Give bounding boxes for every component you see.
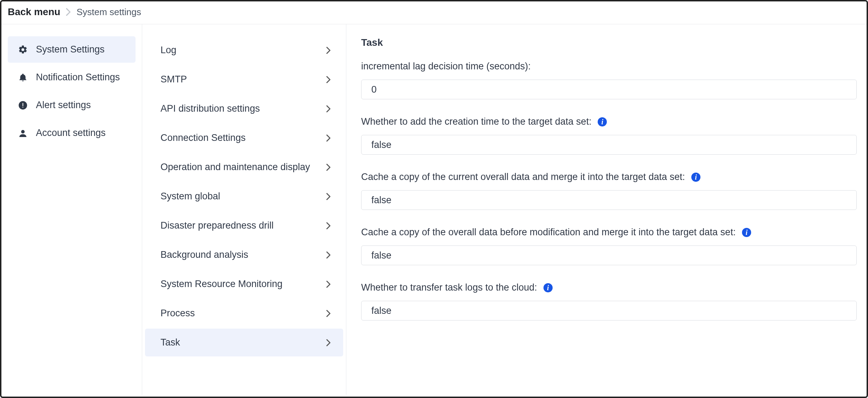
incremental-lag-input[interactable]	[361, 80, 857, 99]
subnav-item-label: API distribution settings	[161, 103, 260, 114]
secondary-sidebar: Log SMTP API distribution settings Conne…	[142, 24, 346, 395]
subnav-item-system-global[interactable]: System global	[145, 182, 343, 210]
cache-before-mod-input[interactable]	[361, 245, 857, 265]
chevron-right-icon	[326, 222, 331, 229]
field-label: incremental lag decision time (seconds):	[361, 61, 531, 72]
add-creation-time-input[interactable]	[361, 135, 857, 155]
sidebar-item-label: System Settings	[36, 44, 105, 55]
field-label: Whether to transfer task logs to the clo…	[361, 282, 537, 293]
alert-icon	[18, 100, 28, 111]
breadcrumb: Back menu System settings	[1, 1, 867, 24]
field-add-creation-time: Whether to add the creation time to the …	[361, 116, 857, 155]
bell-icon	[18, 72, 28, 83]
chevron-right-icon	[326, 164, 331, 171]
field-transfer-logs-cloud: Whether to transfer task logs to the clo…	[361, 282, 857, 321]
transfer-logs-cloud-input[interactable]	[361, 301, 857, 321]
subnav-item-label: SMTP	[161, 74, 187, 85]
info-icon[interactable]: i	[543, 283, 553, 292]
page-title: Task	[361, 37, 857, 48]
chevron-right-icon	[326, 135, 331, 142]
sidebar-item-label: Alert settings	[36, 100, 91, 111]
subnav-item-process[interactable]: Process	[145, 299, 343, 327]
subnav-item-label: Task	[161, 337, 180, 348]
field-label: Cache a copy of the current overall data…	[361, 172, 685, 182]
subnav-item-label: System Resource Monitoring	[161, 279, 283, 290]
subnav-item-label: Background analysis	[161, 249, 248, 260]
chevron-right-icon	[326, 105, 331, 112]
field-label: Whether to add the creation time to the …	[361, 116, 591, 127]
chevron-right-icon	[66, 8, 71, 16]
sidebar-item-account-settings[interactable]: Account settings	[8, 120, 136, 146]
subnav-item-api-distribution[interactable]: API distribution settings	[145, 95, 343, 123]
subnav-item-connection-settings[interactable]: Connection Settings	[145, 124, 343, 152]
svg-rect-2	[23, 107, 23, 107]
subnav-item-resource-monitoring[interactable]: System Resource Monitoring	[145, 270, 343, 298]
info-icon[interactable]: i	[691, 173, 700, 182]
subnav-item-background-analysis[interactable]: Background analysis	[145, 241, 343, 269]
info-icon[interactable]: i	[742, 228, 751, 237]
subnav-item-label: Process	[161, 308, 195, 319]
subnav-item-label: System global	[161, 191, 220, 202]
main-panel: Task incremental lag decision time (seco…	[346, 24, 867, 395]
sidebar-item-notification-settings[interactable]: Notification Settings	[8, 64, 136, 91]
subnav-item-label: Operation and maintenance display	[161, 162, 310, 173]
field-incremental-lag: incremental lag decision time (seconds):	[361, 61, 857, 99]
svg-rect-1	[23, 103, 23, 106]
sidebar-item-alert-settings[interactable]: Alert settings	[8, 92, 136, 118]
cache-current-data-input[interactable]	[361, 190, 857, 210]
subnav-item-disaster-drill[interactable]: Disaster preparedness drill	[145, 212, 343, 240]
sidebar-item-label: Notification Settings	[36, 72, 120, 83]
field-cache-current-data: Cache a copy of the current overall data…	[361, 172, 857, 210]
chevron-right-icon	[326, 193, 331, 200]
user-icon	[18, 128, 28, 138]
field-label: Cache a copy of the overall data before …	[361, 227, 736, 238]
subnav-item-label: Disaster preparedness drill	[161, 220, 273, 231]
subnav-item-operation-maintenance[interactable]: Operation and maintenance display	[145, 153, 343, 181]
back-menu-link[interactable]: Back menu	[8, 6, 60, 18]
subnav-item-label: Log	[161, 45, 176, 56]
subnav-item-smtp[interactable]: SMTP	[145, 66, 343, 93]
sidebar-item-system-settings[interactable]: System Settings	[8, 36, 136, 63]
field-cache-before-mod: Cache a copy of the overall data before …	[361, 227, 857, 265]
chevron-right-icon	[326, 281, 331, 288]
sidebar-item-label: Account settings	[36, 128, 106, 138]
info-icon[interactable]: i	[598, 117, 607, 126]
subnav-item-label: Connection Settings	[161, 132, 246, 143]
chevron-right-icon	[326, 339, 331, 346]
chevron-right-icon	[326, 310, 331, 317]
subnav-item-log[interactable]: Log	[145, 36, 343, 64]
chevron-right-icon	[326, 76, 331, 83]
primary-sidebar: System Settings Notification Settings Al…	[1, 24, 142, 395]
breadcrumb-current: System settings	[76, 7, 141, 18]
chevron-right-icon	[326, 251, 331, 259]
gear-icon	[18, 44, 28, 55]
chevron-right-icon	[326, 47, 331, 54]
svg-point-3	[21, 130, 25, 133]
subnav-item-task[interactable]: Task	[145, 329, 343, 356]
